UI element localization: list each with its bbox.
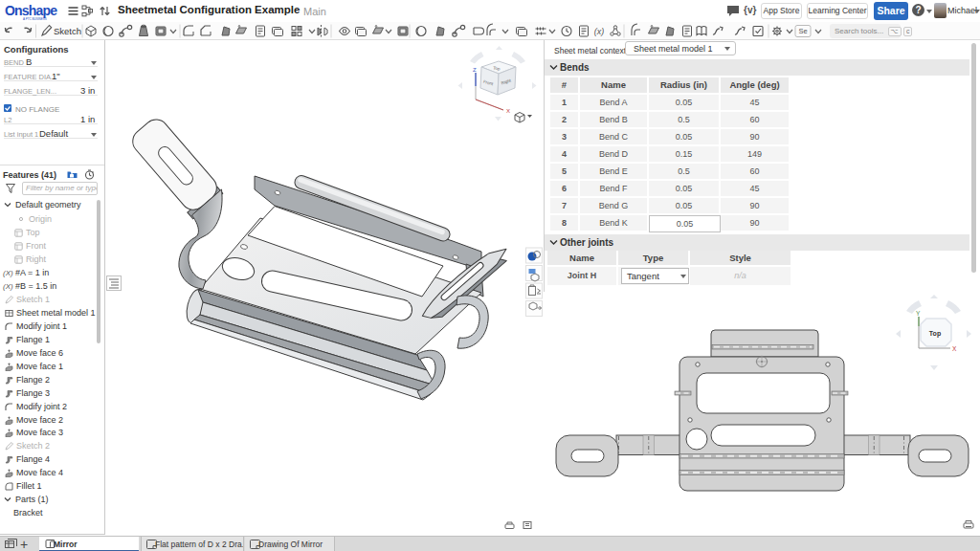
svg-text:Top: Top — [493, 66, 501, 72]
svg-text:(x): (x) — [594, 27, 605, 36]
svg-text:Se: Se — [798, 27, 807, 35]
svg-text:X: X — [506, 108, 510, 114]
svg-text:Y: Y — [916, 310, 921, 317]
svg-text:X: X — [952, 345, 957, 352]
svg-text:Z: Z — [473, 67, 477, 73]
svg-text:Sketch: Sketch — [54, 26, 81, 36]
svg-text:Top: Top — [929, 330, 941, 338]
